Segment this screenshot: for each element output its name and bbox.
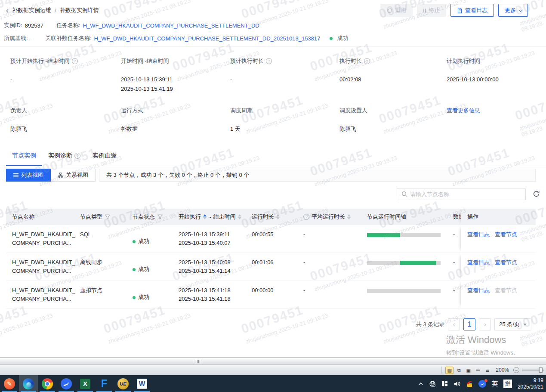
taskbar-chrome[interactable]	[38, 375, 57, 392]
node-avg-duration: -	[297, 225, 361, 253]
taskbar-word[interactable]: W	[133, 375, 151, 392]
pen-app-icon: ✎	[4, 378, 15, 389]
word-status-bar: ▤ ⧉ ▣ ≔ ≣ 200% −	[0, 365, 546, 375]
ime-en-button[interactable]: 英	[492, 380, 498, 388]
node-status: 成功	[126, 281, 173, 309]
header-actions: 重跑 终止 查看日志 更多	[380, 4, 528, 17]
taskbar-clock[interactable]: 9:19 2025/10/21	[518, 377, 543, 390]
terminate-button[interactable]: 终止	[417, 4, 446, 17]
total-records: 共 3 条记录	[416, 321, 444, 328]
view-log-link[interactable]: 查看日志	[467, 258, 490, 267]
view-log-button[interactable]: 查看日志	[450, 4, 494, 17]
print-layout-view-icon[interactable]: ▤	[445, 367, 453, 374]
taskbar-ultraedit[interactable]: UE	[114, 375, 133, 392]
draft-view-icon[interactable]: ≣	[483, 367, 491, 374]
help-icon[interactable]: ?	[266, 58, 272, 64]
zoom-out-button[interactable]: −	[513, 367, 519, 373]
pagination: 共 3 条记录 ‹ 1 › 25 条/页	[416, 318, 531, 330]
taskbar-pen-app[interactable]: ✎	[0, 375, 19, 392]
word-icon: W	[137, 379, 147, 389]
taskbar-dingtalk[interactable]	[57, 375, 76, 392]
node-timeline	[361, 225, 447, 253]
refresh-icon[interactable]	[533, 190, 540, 199]
tray-date: 2025/10/21	[518, 384, 543, 390]
field-schedule-cycle: 调度周期 1 天	[230, 107, 253, 134]
related-task-link[interactable]: H_WF_DWD_HKAUDIT_COMPANY_PURCHASE_SETTLE…	[94, 35, 321, 42]
filter-icon[interactable]	[105, 214, 110, 219]
view-log-link[interactable]: 查看日志	[467, 230, 490, 239]
sort-end-icon[interactable]	[238, 214, 241, 219]
instance-id-row: 实例ID: 892537 任务名称: H_WF_DWD_HKAUDIT_COMP…	[4, 22, 259, 29]
table-row: H_WF_DWD_HKAUDIT_COMPANY_PURCHA... 离线同步 …	[6, 253, 536, 281]
volume-icon[interactable]	[453, 380, 460, 387]
col-data-quality: 数据质量	[447, 213, 461, 221]
terminate-label: 终止	[429, 6, 440, 14]
sort-avg-icon[interactable]	[347, 214, 351, 219]
back-icon[interactable]: ‹	[6, 8, 9, 13]
dingtalk-tray-icon[interactable]	[478, 380, 486, 388]
view-more-info-link[interactable]: 查看更多信息	[447, 107, 480, 114]
list-view-button[interactable]: 列表视图	[6, 169, 51, 182]
word-horizontal-scrollbar[interactable]	[0, 358, 546, 365]
ime-pinyin-button[interactable]: 拼	[503, 380, 512, 388]
view-log-link[interactable]: 查看日志	[467, 286, 490, 295]
field-duration: 执行时长? 00:02:08	[339, 57, 370, 84]
sort-duration-icon[interactable]	[276, 214, 280, 219]
zoom-slider-thumb[interactable]	[539, 367, 543, 373]
table-row: H_WF_DWD_HKAUDIT_COMPANY_PURCHA... 虚拟节点 …	[6, 281, 536, 309]
scrollbar-grip-icon[interactable]	[196, 360, 200, 363]
window-panes-icon[interactable]	[441, 380, 448, 387]
zoom-slider[interactable]	[522, 370, 544, 370]
list-icon	[13, 173, 19, 178]
taskbar-edge[interactable]	[19, 375, 38, 392]
node-status: 成功	[126, 225, 173, 253]
breadcrumb: ‹ 补数据实例运维 / 补数据实例详情	[6, 6, 99, 14]
node-avg-duration: -	[297, 253, 361, 281]
node-search-input[interactable]	[410, 191, 525, 198]
table-header: 节点名称 节点类型 节点状态 开始执行 ~结束时间 运行时长 ?平均运行时长 节…	[6, 209, 536, 225]
view-node-link[interactable]: 查看节点	[495, 258, 517, 267]
view-node-link[interactable]: 查看节点	[495, 286, 517, 295]
reading-view-icon[interactable]: ⧉	[455, 367, 463, 374]
next-page-button[interactable]: ›	[479, 318, 491, 330]
rerun-button[interactable]: 重跑	[380, 4, 413, 17]
help-icon[interactable]: ?	[74, 153, 80, 159]
task-name-link[interactable]: H_WF_DWD_HKAUDIT_COMPANY_PURCHASE_SETTLE…	[83, 22, 259, 29]
view-log-label: 查看日志	[465, 6, 487, 14]
field-schedule-setter: 调度设置人 陈腾飞	[339, 107, 367, 134]
edge-icon	[23, 378, 34, 389]
instance-id-value: 892537	[25, 22, 43, 29]
view-node-link[interactable]: 查看节点	[495, 230, 517, 239]
breadcrumb-parent[interactable]: 补数据实例运维	[12, 6, 51, 14]
col-start-end: 开始执行 ~结束时间	[173, 213, 246, 221]
taskbar-excel[interactable]: X	[76, 375, 95, 392]
page-size-select[interactable]: 25 条/页	[494, 318, 531, 330]
node-times: 2025-10-13 15:39:112025-10-13 15:40:07	[173, 225, 246, 253]
relation-view-button[interactable]: 关系视图	[51, 169, 96, 182]
network-icon[interactable]	[429, 380, 436, 387]
breadcrumb-current: 补数据实例详情	[60, 6, 99, 14]
more-button[interactable]: 更多	[498, 4, 528, 17]
tab-node-instance[interactable]: 节点实例	[6, 148, 42, 166]
filter-icon[interactable]	[157, 214, 163, 219]
related-task-label: 关联补数任务名称:	[45, 34, 92, 42]
sort-start-icon[interactable]	[203, 214, 207, 219]
task-name-label: 任务名称:	[56, 22, 80, 29]
sitemap-icon	[58, 173, 63, 178]
help-icon[interactable]: ?	[303, 214, 309, 220]
help-icon[interactable]: ?	[72, 58, 78, 64]
outline-view-icon[interactable]: ≔	[474, 367, 482, 374]
page-number-button[interactable]: 1	[463, 318, 475, 330]
node-status: 成功	[126, 253, 173, 281]
zoom-level[interactable]: 200%	[496, 367, 509, 373]
tab-instance-diagnosis[interactable]: 实例诊断?	[42, 148, 86, 166]
web-layout-view-icon[interactable]: ▣	[464, 367, 472, 374]
help-icon[interactable]: ?	[364, 58, 370, 64]
prev-page-button[interactable]: ‹	[448, 318, 460, 330]
taskbar-f-app[interactable]: F	[95, 375, 114, 392]
tray-expand-icon[interactable]	[418, 381, 423, 386]
more-label: 更多	[505, 6, 516, 14]
foxmail-icon[interactable]	[466, 380, 473, 387]
tab-instance-lineage[interactable]: 实例血缘	[86, 148, 123, 166]
row-actions: 查看日志 查看节点	[461, 281, 536, 309]
